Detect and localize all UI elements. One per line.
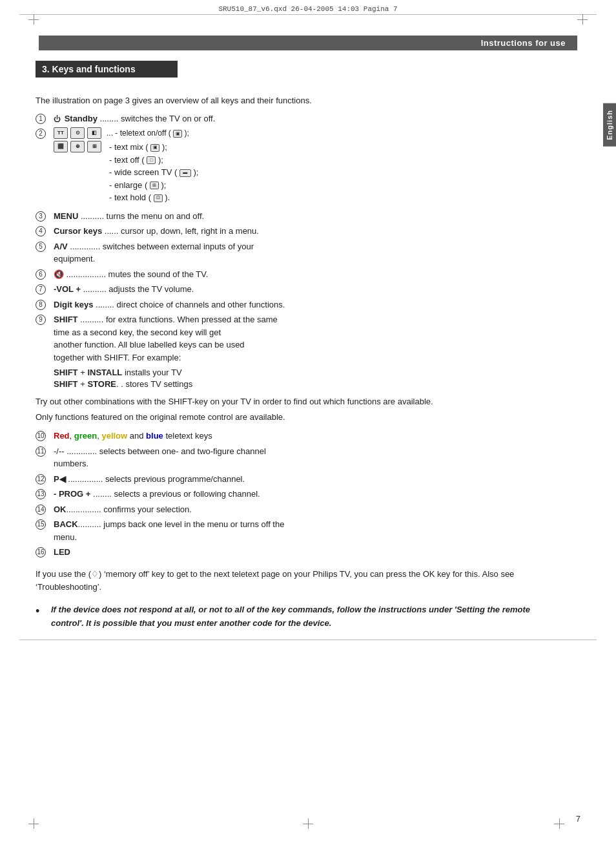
item-num: 9 bbox=[36, 313, 54, 325]
teletext-icon-1: TT bbox=[54, 127, 68, 139]
list-item: 4 Cursor keys ...... cursor up, down, le… bbox=[36, 225, 561, 238]
item-desc: MENU .......... turns the menu on and of… bbox=[54, 210, 561, 223]
bottom-border bbox=[19, 640, 597, 640]
section-title: Keys and functions bbox=[52, 64, 136, 74]
item-desc: LED bbox=[54, 546, 561, 559]
only-note: Only functions featured on the original … bbox=[36, 411, 561, 424]
list-item: 14 OK............... confirms your selec… bbox=[36, 503, 561, 516]
list-item: 7 -VOL + .......... adjusts the TV volum… bbox=[36, 283, 561, 296]
item-num: 10 bbox=[36, 430, 54, 442]
item-num: 5 bbox=[36, 240, 54, 252]
item-num: 6 bbox=[36, 268, 54, 281]
teletext-descs: - text mix ( ▣ ); - text off ( □ ); - wi… bbox=[109, 141, 198, 204]
crosshair-bottom-right bbox=[554, 818, 564, 829]
item-desc: A/V ............. switches between exter… bbox=[54, 240, 561, 265]
english-tab: English bbox=[603, 103, 616, 147]
item-desc: - PROG + ........ selects a previous or … bbox=[54, 488, 561, 501]
bullet-note: • If the device does not respond at all,… bbox=[36, 603, 561, 630]
list-item: 3 MENU .......... turns the menu on and … bbox=[36, 210, 561, 223]
item-num-2: 2 bbox=[36, 127, 54, 139]
item-num: 12 bbox=[36, 473, 54, 486]
teletext-icon-6: ⊞ bbox=[87, 141, 101, 152]
section-heading: 3. Keys and functions bbox=[36, 61, 178, 78]
teletext-icon-2: ⊙ bbox=[70, 127, 85, 139]
key-list-2: 10 Red, green, yellow and blue teletext … bbox=[36, 430, 561, 559]
shift-line-install: SHIFT + INSTALL installs your TV bbox=[54, 368, 561, 377]
header-bar: Instructions for use bbox=[39, 36, 577, 50]
teletext-block: TT ⊙ ◧ ... - teletext on/off ( ▣ ); ⬛ ⊕ … bbox=[54, 127, 198, 206]
list-item: 11 -/-- ............. selects between on… bbox=[36, 445, 561, 470]
item-desc: P◀ ............... selects previous prog… bbox=[54, 473, 561, 486]
key-list: 1 ⏻ Standby ........ switches the TV on … bbox=[36, 112, 561, 364]
item-desc: OK............... confirms your selectio… bbox=[54, 503, 561, 516]
bullet-text: If the device does not respond at all, o… bbox=[51, 603, 561, 630]
item-num: 3 bbox=[36, 210, 54, 223]
crosshair-bottom-left bbox=[28, 818, 39, 829]
shift-section: SHIFT + INSTALL installs your TV SHIFT +… bbox=[54, 368, 561, 389]
list-item: 8 Digit keys ........ direct choice of c… bbox=[36, 298, 561, 311]
intro-text: The illustration on page 3 gives an over… bbox=[36, 94, 561, 107]
item-num: 1 bbox=[36, 112, 54, 125]
try-note: Try out other combinations with the SHIF… bbox=[36, 395, 561, 408]
list-item: 5 A/V ............. switches between ext… bbox=[36, 240, 561, 265]
item-num: 7 bbox=[36, 283, 54, 296]
item-desc: Digit keys ........ direct choice of cha… bbox=[54, 298, 561, 311]
teletext-icon-4: ⬛ bbox=[54, 141, 68, 152]
item-num: 13 bbox=[36, 488, 54, 501]
item-num: 14 bbox=[36, 503, 54, 516]
page-num: 7 bbox=[576, 814, 580, 824]
teletext-row2: ⬛ ⊕ ⊞ - text mix ( ▣ ); - text off ( □ )… bbox=[54, 141, 198, 204]
item-num: 15 bbox=[36, 518, 54, 530]
item-num: 16 bbox=[36, 546, 54, 559]
file-label: SRU510_87_v6.qxd 26-04-2005 14:03 Pagina… bbox=[0, 5, 616, 13]
shift-line-store: SHIFT + STORE. . stores TV settings bbox=[54, 379, 561, 389]
list-item: 9 SHIFT .......... for extra functions. … bbox=[36, 313, 561, 364]
crosshair-top-right bbox=[577, 14, 588, 25]
list-item: 1 ⏻ Standby ........ switches the TV on … bbox=[36, 112, 561, 125]
list-item: 16 LED bbox=[36, 546, 561, 559]
crosshair-bottom-center bbox=[303, 818, 313, 829]
item-desc: ⏻ Standby ........ switches the TV on or… bbox=[54, 112, 561, 125]
list-item: 12 P◀ ............... selects previous p… bbox=[36, 473, 561, 486]
item-desc: BACK.......... jumps back one level in t… bbox=[54, 518, 561, 543]
list-item: 10 Red, green, yellow and blue teletext … bbox=[36, 430, 561, 442]
list-item-teletext: 2 TT ⊙ ◧ ... - teletext on/off ( ▣ ); ⬛ … bbox=[36, 127, 561, 206]
item-num: 8 bbox=[36, 298, 54, 311]
item-num: 4 bbox=[36, 225, 54, 238]
crosshair-top-left bbox=[28, 14, 39, 25]
section-number: 3. bbox=[42, 64, 50, 74]
teletext-row1: TT ⊙ ◧ ... - teletext on/off ( ▣ ); bbox=[54, 127, 198, 139]
item-desc: Red, green, yellow and blue teletext key… bbox=[54, 430, 561, 442]
list-item: 13 - PROG + ........ selects a previous … bbox=[36, 488, 561, 501]
top-border bbox=[19, 14, 597, 15]
item-desc: SHIFT .......... for extra functions. Wh… bbox=[54, 313, 561, 364]
teletext-icon-3: ◧ bbox=[87, 127, 101, 139]
item-desc: 🔇 ................. mutes the sound of t… bbox=[54, 268, 561, 281]
list-item: 6 🔇 ................. mutes the sound of… bbox=[36, 268, 561, 281]
item-num: 11 bbox=[36, 445, 54, 457]
header-title: Instructions for use bbox=[481, 38, 566, 48]
list-item: 15 BACK.......... jumps back one level i… bbox=[36, 518, 561, 543]
item-desc: Cursor keys ...... cursor up, down, left… bbox=[54, 225, 561, 238]
item-desc: -VOL + .......... adjusts the TV volume. bbox=[54, 283, 561, 296]
teletext-icon-5: ⊕ bbox=[70, 141, 85, 152]
memory-note: If you use the (♢) ‘memory off’ key to g… bbox=[36, 568, 561, 595]
item-desc: -/-- ............. selects between one- … bbox=[54, 445, 561, 470]
